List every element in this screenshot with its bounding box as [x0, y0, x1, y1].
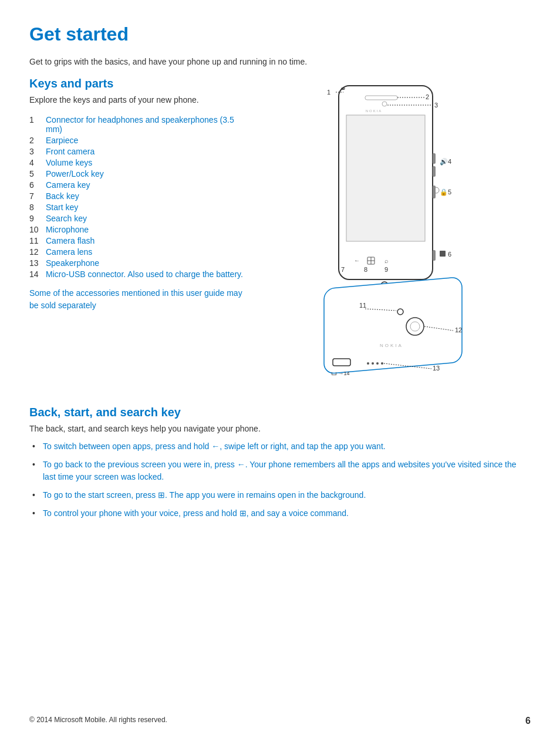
- parts-list-item: 8Start key: [29, 203, 252, 212]
- page-title: Get started: [29, 23, 531, 45]
- intro-text: Get to grips with the basics, and have y…: [29, 57, 531, 66]
- parts-list-item: 14Micro-USB connector. Also used to char…: [29, 269, 252, 279]
- parts-list-item: 12Camera lens: [29, 247, 252, 257]
- parts-list-item: 9Search key: [29, 214, 252, 223]
- svg-text:NOKIA: NOKIA: [380, 343, 403, 348]
- svg-text:2: 2: [426, 93, 429, 100]
- parts-list-item: 2Earpiece: [29, 136, 252, 145]
- svg-point-46: [381, 362, 383, 365]
- svg-rect-1: [346, 115, 425, 241]
- section1-heading: Keys and parts: [29, 77, 252, 90]
- svg-text:⌴ →14: ⌴ →14: [332, 370, 350, 376]
- svg-text:7: 7: [341, 266, 345, 273]
- copyright: © 2014 Microsoft Mobile. All rights rese…: [29, 716, 167, 726]
- phone-diagram: NOKIA ← ⌕ 1 ⚭ 2 3 🔊4: [298, 83, 497, 388]
- parts-list-item: 5Power/Lock key: [29, 169, 252, 178]
- navigation-bullets: To switch between open apps, press and h…: [29, 440, 531, 520]
- bullet-item: To control your phone with your voice, p…: [32, 507, 531, 520]
- svg-text:13: 13: [433, 365, 440, 372]
- svg-text:12: 12: [455, 326, 462, 333]
- svg-rect-33: [324, 277, 462, 375]
- section2-heading: Back, start, and search key: [29, 406, 531, 419]
- svg-text:🔊4: 🔊4: [440, 157, 451, 166]
- parts-list-item: 4Volume keys: [29, 158, 252, 167]
- svg-text:1: 1: [327, 89, 330, 96]
- svg-text:NOKIA: NOKIA: [366, 109, 383, 113]
- parts-list-item: 1Connector for headphones and speakerpho…: [29, 115, 252, 134]
- parts-list-item: 10Microphone: [29, 225, 252, 234]
- page-number: 6: [525, 716, 531, 726]
- svg-rect-24: [440, 251, 446, 257]
- footer: © 2014 Microsoft Mobile. All rights rese…: [29, 716, 531, 726]
- svg-text:⌕: ⌕: [384, 257, 389, 264]
- svg-rect-17: [433, 153, 436, 164]
- accessories-note: Some of the accessories mentioned in thi…: [29, 287, 252, 312]
- parts-list-item: 7Back key: [29, 191, 252, 201]
- svg-point-44: [372, 362, 374, 365]
- parts-list: 1Connector for headphones and speakerpho…: [29, 115, 252, 279]
- bullet-item: To go back to the previous screen you we…: [32, 459, 531, 483]
- svg-text:6: 6: [448, 251, 451, 258]
- bullet-item: To switch between open apps, press and h…: [32, 440, 531, 453]
- section2-subtitle: The back, start, and search keys help yo…: [29, 424, 531, 433]
- parts-list-item: 11Camera flash: [29, 236, 252, 245]
- svg-text:🔒5: 🔒5: [440, 188, 451, 196]
- parts-list-item: 6Camera key: [29, 180, 252, 190]
- svg-point-45: [376, 362, 379, 365]
- section1-subtitle: Explore the keys and parts of your new p…: [29, 95, 252, 105]
- svg-text:9: 9: [384, 266, 388, 273]
- svg-rect-18: [433, 166, 436, 177]
- svg-rect-23: [433, 250, 436, 261]
- svg-point-43: [367, 362, 369, 365]
- parts-list-item: 3Front camera: [29, 147, 252, 156]
- bullet-item: To go to the start screen, press ⊞. The …: [32, 489, 531, 501]
- svg-text:8: 8: [364, 266, 367, 273]
- svg-text:11: 11: [359, 302, 366, 309]
- parts-list-item: 13Speakerphone: [29, 258, 252, 268]
- svg-text:3: 3: [434, 102, 438, 109]
- svg-text:←: ←: [354, 257, 360, 264]
